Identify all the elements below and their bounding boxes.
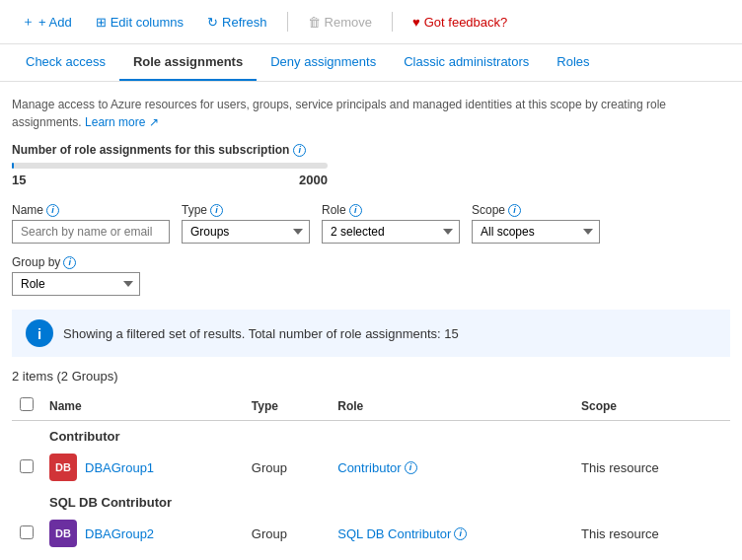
group-header-row: Contributor (12, 421, 730, 449)
tab-role-assignments[interactable]: Role assignments (119, 44, 257, 81)
main-content: Manage access to Azure resources for use… (0, 82, 742, 560)
feedback-button[interactable]: ♥ Got feedback? (403, 10, 517, 35)
group-name: SQL DB Contributor (41, 487, 730, 514)
filter-scope: Scope i All scopes This resource Inherit… (472, 203, 600, 244)
row-role-link[interactable]: SQL DB Contributor i (337, 526, 565, 541)
progress-section: Number of role assignments for this subs… (12, 143, 730, 187)
info-banner: i Showing a filtered set of results. Tot… (12, 310, 730, 357)
info-banner-icon: i (26, 319, 53, 347)
table-header-row: Name Type Role Scope (12, 391, 730, 421)
group-by-info-icon: i (63, 256, 76, 269)
filter-role-label: Role i (322, 203, 460, 217)
filter-name: Name i (12, 203, 170, 244)
learn-more-link[interactable]: Learn more ↗ (85, 115, 159, 129)
filters-row: Name i Type i Groups Users Service princ… (12, 203, 730, 244)
info-banner-text: Showing a filtered set of results. Total… (63, 326, 459, 341)
table-row: DB DBAGroup2 Group SQL DB Contributor i … (12, 514, 730, 553)
row-name-link[interactable]: DBAGroup1 (85, 460, 154, 475)
filter-type-label: Type i (182, 203, 310, 217)
filter-name-info-icon: i (46, 204, 59, 217)
progress-max: 2000 (299, 173, 328, 187)
description-text: Manage access to Azure resources for use… (12, 96, 730, 131)
filter-name-label: Name i (12, 203, 170, 217)
tab-deny-assignments[interactable]: Deny assignments (257, 44, 390, 81)
header-scope: Scope (573, 391, 730, 421)
row-checkbox-cell (12, 448, 41, 487)
row-type: Group (244, 448, 330, 487)
items-count: 2 items (2 Groups) (12, 369, 730, 384)
refresh-label: Refresh (222, 15, 267, 30)
add-icon: ＋ (22, 13, 35, 31)
header-role: Role (330, 391, 573, 421)
row-name-cell: DB DBAGroup1 (41, 448, 244, 487)
row-name-link[interactable]: DBAGroup2 (85, 526, 154, 541)
group-name: Contributor (41, 421, 730, 449)
progress-fill (12, 163, 14, 169)
group-by-select[interactable]: Role None Type Scope (12, 272, 140, 296)
row-checkbox-cell (12, 514, 41, 553)
row-role: Contributor i (330, 448, 573, 487)
select-all-checkbox[interactable] (20, 397, 34, 411)
filter-group-by: Group by i Role None Type Scope (12, 255, 140, 296)
add-button[interactable]: ＋ + Add (12, 8, 82, 35)
refresh-icon: ↻ (207, 15, 218, 30)
progress-bar (12, 163, 328, 169)
table-row: DB DBAGroup1 Group Contributor i This re… (12, 448, 730, 487)
row-checkbox[interactable] (20, 525, 34, 539)
filter-scope-label: Scope i (472, 203, 600, 217)
toolbar: ＋ + Add ⊞ Edit columns ↻ Refresh 🗑 Remov… (0, 0, 742, 44)
filter-role: Role i 2 selected All roles (322, 203, 460, 244)
tab-classic-administrators[interactable]: Classic administrators (390, 44, 543, 81)
row-scope: This resource (573, 514, 730, 553)
scope-select[interactable]: All scopes This resource Inherited (472, 220, 600, 244)
row-scope: This resource (573, 448, 730, 487)
feedback-label: Got feedback? (424, 15, 508, 30)
separator-1 (287, 12, 288, 32)
group-by-row: Group by i Role None Type Scope (12, 255, 730, 296)
avatar: DB (49, 520, 77, 547)
row-name-cell: DB DBAGroup2 (41, 514, 244, 553)
progress-info-icon: i (293, 144, 306, 157)
remove-label: Remove (325, 15, 372, 30)
row-type: Group (244, 514, 330, 553)
header-type: Type (244, 391, 330, 421)
filter-role-info-icon: i (349, 204, 362, 217)
filter-scope-info-icon: i (508, 204, 521, 217)
avatar: DB (49, 454, 77, 481)
group-by-label: Group by i (12, 255, 140, 269)
add-label: + Add (38, 15, 72, 30)
separator-2 (392, 12, 393, 32)
progress-current: 15 (12, 173, 26, 187)
refresh-button[interactable]: ↻ Refresh (197, 10, 277, 35)
role-assignments-table: Name Type Role Scope Contributor DB DBAG… (12, 391, 730, 553)
role-info-icon: i (454, 527, 467, 540)
row-checkbox[interactable] (20, 459, 34, 473)
tab-check-access[interactable]: Check access (12, 44, 119, 81)
role-info-icon: i (405, 461, 417, 474)
group-header-row: SQL DB Contributor (12, 487, 730, 514)
edit-columns-icon: ⊞ (96, 15, 107, 30)
tab-roles[interactable]: Roles (543, 44, 603, 81)
edit-columns-button[interactable]: ⊞ Edit columns (86, 10, 193, 35)
name-search-input[interactable] (12, 220, 170, 244)
row-role: SQL DB Contributor i (330, 514, 573, 553)
tabs-bar: Check access Role assignments Deny assig… (0, 44, 742, 82)
header-checkbox-cell (12, 391, 41, 421)
type-select[interactable]: Groups Users Service principals Managed … (182, 220, 310, 244)
role-select[interactable]: 2 selected All roles (322, 220, 460, 244)
header-name: Name (41, 391, 244, 421)
remove-icon: 🗑 (308, 15, 321, 30)
feedback-icon: ♥ (412, 15, 420, 30)
remove-button[interactable]: 🗑 Remove (298, 10, 382, 35)
filter-type: Type i Groups Users Service principals M… (182, 203, 310, 244)
filter-type-info-icon: i (210, 204, 223, 217)
row-role-link[interactable]: Contributor i (337, 460, 565, 475)
progress-label: Number of role assignments for this subs… (12, 143, 730, 157)
progress-numbers: 15 2000 (12, 173, 328, 187)
edit-columns-label: Edit columns (111, 15, 184, 30)
